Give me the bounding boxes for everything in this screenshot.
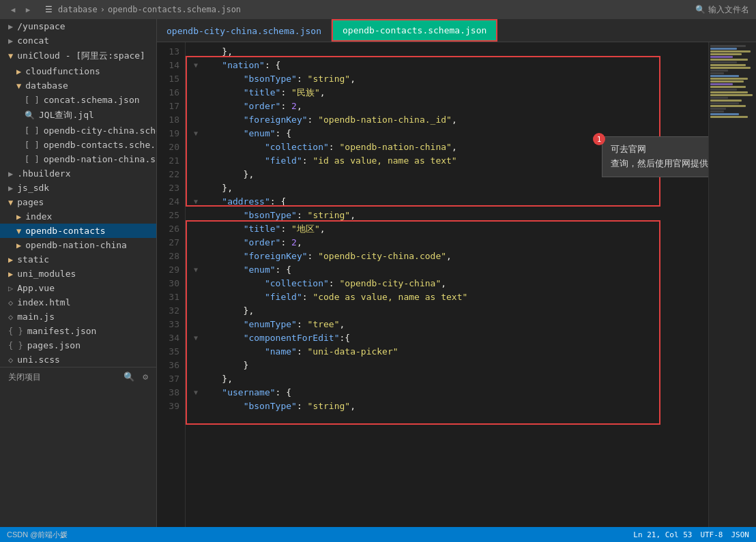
search-placeholder[interactable]: 输入文件名 (708, 4, 749, 16)
fold-gutter[interactable] (191, 250, 201, 263)
sidebar-item-concat[interactable]: ▶ concat (0, 33, 156, 48)
sidebar-item-unicloud[interactable]: ▼ uniCloud - [阿里云:space] (0, 48, 156, 64)
sidebar-item-main-js[interactable]: ◇ main.js (0, 310, 156, 324)
sidebar-label: opendb-nation-china (25, 240, 127, 250)
sidebar-label: opendb-contacts.sche... (44, 140, 157, 150)
code-line-36: } (191, 359, 708, 372)
fold-gutter[interactable] (191, 86, 201, 100)
fold-gutter[interactable] (191, 318, 201, 331)
code-line-25: "bsonType": "string", (191, 209, 708, 222)
sidebar-item-uni-scss[interactable]: ◇ uni.scss (0, 352, 156, 367)
sidebar-item-yunspace[interactable]: ▶ /yunspace (0, 19, 156, 33)
folder-icon: ▶ (8, 183, 13, 193)
tooltip-badge: 1 (593, 133, 605, 145)
sidebar-item-opendb-nation[interactable]: [ ] opendb-nation-china.s... (0, 152, 156, 166)
fold-gutter[interactable]: ▼ (191, 127, 201, 140)
folder-icon: ▼ (8, 198, 13, 207)
folder-icon: ▶ (8, 269, 13, 279)
fold-gutter[interactable] (191, 45, 201, 59)
sidebar-label: concat (17, 35, 49, 46)
code-line-33: "enumType": "tree", (191, 318, 708, 331)
settings-bottom-icon[interactable]: ⚙ (143, 372, 148, 383)
fold-gutter[interactable] (191, 345, 201, 359)
search-icon: 🔍 (695, 5, 706, 14)
nav-buttons: ◀ ▶ (7, 3, 34, 16)
code-editor: 13 14 15 16 17 18 19 20 21 22 23 24 25 2… (157, 42, 756, 527)
breadcrumb-database: database (58, 5, 98, 14)
folder-icon: ▼ (8, 51, 13, 61)
sidebar-item-cloudfunctions[interactable]: ▶ cloudfunctions (0, 64, 156, 78)
sidebar-item-app-vue[interactable]: ▷ App.vue (0, 281, 156, 295)
fold-gutter[interactable] (191, 154, 201, 168)
sidebar-item-manifest-json[interactable]: { } manifest.json (0, 324, 156, 338)
sidebar-item-static[interactable]: ▶ static (0, 252, 156, 267)
sidebar-item-js-sdk[interactable]: ▶ js_sdk (0, 181, 156, 195)
fold-gutter[interactable] (191, 290, 201, 304)
search-box: 🔍 输入文件名 (695, 4, 749, 16)
sidebar-item-database[interactable]: ▼ database (0, 78, 156, 93)
sidebar-label: uniCloud - [阿里云:space] (17, 50, 145, 62)
sidebar-item-opendb-contacts[interactable]: [ ] opendb-contacts.sche... (0, 138, 156, 152)
fold-gutter[interactable]: ▼ (191, 263, 201, 277)
code-line-23: }, (191, 181, 708, 195)
nav-back-button[interactable]: ◀ (7, 3, 19, 16)
fold-gutter[interactable]: ▼ (191, 59, 201, 72)
vue-icon: ▷ (8, 284, 13, 293)
code-line-17: "order": 2, (191, 100, 708, 113)
tooltip-line2: 查询，然后使用官网提供的案例 (611, 157, 708, 171)
code-line-35: "name": "uni-data-picker" (191, 345, 708, 359)
folder-icon: ▶ (8, 169, 13, 179)
sidebar-item-pages-json[interactable]: { } pages.json (0, 338, 156, 352)
fold-gutter[interactable] (191, 372, 201, 386)
code-line-37: }, (191, 372, 708, 386)
sidebar-item-opendb-city[interactable]: [ ] opendb-city-china.sche... (0, 123, 156, 138)
sidebar-item-hbuilderx[interactable]: ▶ .hbuilderx (0, 166, 156, 181)
tab-opendb-city-china[interactable]: opendb-city-china.schema.json (157, 19, 332, 42)
fold-gutter[interactable] (191, 400, 201, 413)
title-bar: ◀ ▶ ☰ database › opendb-contacts.schema.… (0, 0, 756, 19)
code-line-27: "order": 2, (191, 236, 708, 250)
minimap (708, 42, 756, 527)
sidebar-item-index-html[interactable]: ◇ index.html (0, 295, 156, 310)
sidebar-item-concat-schema[interactable]: [ ] concat.schema.json (0, 93, 156, 107)
fold-gutter[interactable] (191, 359, 201, 372)
fold-gutter[interactable]: ▼ (191, 386, 201, 400)
file-icon: [ ] (25, 155, 40, 164)
sidebar-label: opendb-nation-china.s... (44, 154, 157, 164)
fold-gutter[interactable] (191, 140, 201, 154)
json-icon: { } (8, 327, 23, 336)
fold-gutter[interactable] (191, 209, 201, 222)
sidebar-label: manifest.json (27, 326, 97, 336)
fold-gutter[interactable] (191, 277, 201, 290)
fold-gutter[interactable] (191, 113, 201, 127)
fold-gutter[interactable] (191, 72, 201, 86)
fold-gutter[interactable]: ▼ (191, 331, 201, 345)
sidebar-item-index[interactable]: ▶ index (0, 209, 156, 224)
fold-gutter[interactable]: ▼ (191, 195, 201, 209)
sidebar-label: concat.schema.json (44, 95, 140, 105)
close-project-label: 关闭项目 (8, 372, 41, 383)
tab-opendb-contacts[interactable]: opendb-contacts.schema.json (332, 19, 497, 42)
sidebar-label: index (25, 211, 52, 222)
sidebar-item-pages[interactable]: ▼ pages (0, 195, 156, 209)
fold-gutter[interactable] (191, 100, 201, 113)
folder-icon: ▶ (8, 36, 13, 46)
search-bottom-icon[interactable]: 🔍 (123, 372, 134, 383)
folder-icon: ▶ (16, 67, 21, 76)
fold-gutter[interactable] (191, 304, 201, 318)
nav-forward-button[interactable]: ▶ (22, 3, 34, 16)
breadcrumb: database › opendb-contacts.schema.json (58, 5, 241, 14)
tabs-bar: opendb-city-china.schema.json opendb-con… (157, 19, 756, 42)
fold-gutter[interactable] (191, 168, 201, 181)
sidebar-label: .hbuilderx (17, 168, 70, 179)
sidebar-item-jql[interactable]: 🔍 JQL查询.jql (0, 107, 156, 123)
fold-gutter[interactable] (191, 222, 201, 236)
fold-gutter[interactable] (191, 181, 201, 195)
fold-gutter[interactable] (191, 236, 201, 250)
sidebar-item-uni-modules[interactable]: ▶ uni_modules (0, 267, 156, 281)
code-line-18: "foreignKey": "opendb-nation-china._id", (191, 113, 708, 127)
js-icon: ◇ (8, 312, 13, 322)
code-content[interactable]: }, ▼ "nation": { "bsonType": "string", (186, 42, 708, 527)
sidebar-item-opendb-nation-folder[interactable]: ▶ opendb-nation-china (0, 238, 156, 252)
sidebar-item-opendb-contacts-folder[interactable]: ▼ opendb-contacts (0, 224, 156, 238)
